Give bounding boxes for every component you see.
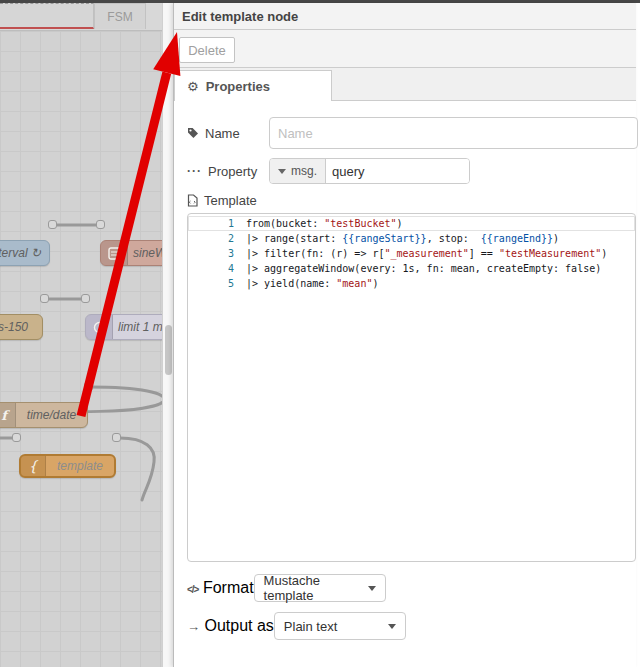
node-interval-output-port[interactable] [48, 220, 57, 229]
clock-icon [86, 315, 113, 339]
function-icon: f [0, 403, 16, 427]
format-select-value: Mustache template [264, 573, 368, 603]
code-line[interactable]: 4|> aggregateWindow(every: 1s, fn: mean,… [188, 261, 635, 276]
tab-properties-label: Properties [206, 79, 270, 94]
code-text: |> yield(name: "mean") [246, 276, 635, 291]
node-sinewave-label: sineW [128, 246, 162, 260]
code-line[interactable]: 1from(bucket: "testBucket") [188, 216, 635, 231]
property-prefix: msg. [291, 164, 317, 178]
node-limit-label: limit 1 ms [113, 320, 162, 334]
node-limit[interactable]: limit 1 ms [85, 314, 162, 340]
workspace-tabbar: FSM [0, 3, 162, 31]
flow-workspace[interactable]: FSM interval ↻ sineW s-150 [0, 3, 162, 667]
node-template-input-port[interactable] [12, 433, 21, 442]
node-sinewave[interactable]: sineW [100, 240, 162, 266]
delete-button[interactable]: Delete [179, 37, 235, 63]
code-line[interactable]: 3|> filter(fn: (r) => r["_measurement"] … [188, 246, 635, 261]
node-edit-form: Name ··· Property msg. Template [174, 101, 636, 667]
node-s150[interactable]: s-150 [0, 314, 43, 340]
name-label: Name [187, 126, 269, 141]
file-code-icon [187, 194, 198, 207]
tray-header: Edit template node [174, 3, 636, 30]
node-template-label: template [46, 459, 114, 473]
output-row: → Output as Plain text [187, 612, 636, 640]
name-row: Name [187, 117, 636, 149]
property-typed-input: msg. [269, 158, 470, 184]
tray-toolbar: Delete [174, 30, 636, 68]
gear-icon: ⚙ [187, 79, 199, 94]
node-timedate-output-port[interactable] [84, 382, 93, 391]
line-number: 5 [188, 276, 246, 291]
code-text: |> range(start: {{rangeStart}}, stop: {{… [246, 231, 635, 246]
flow-wires [0, 31, 162, 667]
wire-template-out [120, 438, 154, 500]
chevron-down-icon [388, 624, 396, 629]
format-select[interactable]: Mustache template [254, 574, 386, 602]
workspace-tab-fsm[interactable]: FSM [94, 3, 146, 29]
caret-down-icon [278, 169, 286, 174]
node-timedate[interactable]: f time/date [0, 402, 88, 428]
edit-node-tray: Edit template node Delete ⚙ Properties N… [173, 3, 636, 667]
tab-properties[interactable]: ⚙ Properties [174, 70, 332, 101]
output-label: → Output as [187, 617, 274, 635]
workspace-tab-fsm-label: FSM [107, 10, 132, 24]
node-s150-output-port[interactable] [40, 294, 49, 303]
node-interval-label: interval ↻ [0, 246, 49, 260]
sine-wave-node-icon [101, 241, 128, 265]
template-code-lines: 1from(bucket: "testBucket")2|> range(sta… [188, 216, 635, 291]
code-text: |> filter(fn: (r) => r["_measurement"] =… [246, 246, 635, 261]
workspace-scrollbar[interactable] [162, 3, 173, 667]
name-input[interactable] [269, 117, 638, 149]
output-select[interactable]: Plain text [274, 612, 406, 640]
template-label: Template [187, 193, 636, 208]
node-limit-input-port[interactable] [81, 294, 90, 303]
node-s150-label: s-150 [0, 320, 42, 334]
node-template-output-port[interactable] [112, 433, 121, 442]
format-label: </> Format [187, 579, 254, 597]
tray-tabbar: ⚙ Properties [174, 68, 636, 101]
code-line[interactable]: 2|> range(start: {{rangeStart}}, stop: {… [188, 231, 635, 246]
tag-icon [187, 127, 199, 139]
node-template[interactable]: { template [19, 454, 116, 478]
property-row: ··· Property msg. [187, 158, 636, 184]
format-row: </> Format Mustache template [187, 574, 636, 602]
line-number: 1 [188, 216, 246, 231]
code-text: |> aggregateWindow(every: 1s, fn: mean, … [246, 261, 635, 276]
chevron-down-icon [368, 586, 376, 591]
line-number: 3 [188, 246, 246, 261]
node-timedate-label: time/date [16, 408, 87, 422]
property-value-input[interactable] [326, 159, 469, 183]
ellipsis-icon: ··· [187, 164, 202, 178]
code-line[interactable]: 5|> yield(name: "mean") [188, 276, 635, 291]
property-type-button[interactable]: msg. [270, 159, 326, 183]
output-select-value: Plain text [284, 619, 337, 634]
line-number: 4 [188, 261, 246, 276]
arrow-right-icon: → [187, 619, 200, 634]
workspace-scrollbar-thumb[interactable] [165, 325, 172, 375]
template-brace-icon: { [21, 456, 46, 476]
template-code-editor[interactable]: 1from(bucket: "testBucket")2|> range(sta… [187, 213, 636, 562]
line-number: 2 [188, 231, 246, 246]
node-interval[interactable]: interval ↻ [0, 240, 50, 266]
code-brackets-icon: </> [187, 584, 198, 595]
node-sinewave-input-port[interactable] [96, 220, 105, 229]
property-label: ··· Property [187, 164, 269, 179]
tray-title: Edit template node [174, 9, 298, 24]
code-text: from(bucket: "testBucket") [246, 216, 635, 231]
workspace-tab-active[interactable] [0, 3, 94, 29]
flow-canvas[interactable]: interval ↻ sineW s-150 limit 1 ms f time [0, 31, 162, 667]
